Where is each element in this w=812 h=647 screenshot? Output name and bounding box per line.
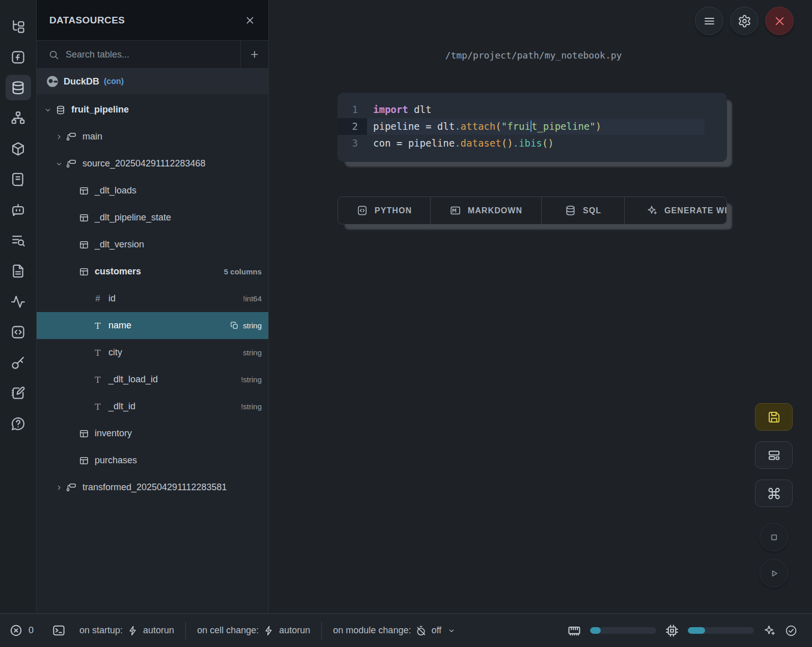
run-cell-button[interactable] [760,559,788,587]
string-type-icon: T [93,375,103,385]
table-icon [79,429,89,439]
search-input[interactable] [66,49,240,60]
panel-header: DATASOURCES [37,0,268,41]
tree-row-_dlt_pipeline_state[interactable]: _dlt_pipeline_state [37,204,268,231]
tree-item-label: main [82,131,102,142]
close-app-button[interactable] [765,7,794,35]
file-text-icon [10,263,26,279]
chevron-down-icon [44,106,52,114]
line-number: 3 [338,135,367,152]
tree-row-transformed_202504291112283581[interactable]: transformed_202504291112283581 [37,474,268,501]
add-datasource-button[interactable] [240,41,268,68]
tree-item-label: _dlt_version [95,239,144,250]
tree-item-meta: string [230,321,262,330]
tree-row-inventory[interactable]: inventory [37,420,268,447]
notebook-path: /tmp/project/path/my_notebook.py [338,50,730,61]
tree-row-fruit_pipeline[interactable]: fruit_pipeline [37,96,268,123]
tree-row-_dlt_loads[interactable]: _dlt_loads [37,177,268,204]
settings-button[interactable] [730,7,759,35]
sidebar-item-documentation[interactable] [6,258,31,284]
sidebar-item-scratchpad[interactable] [6,319,31,345]
error-count-button[interactable]: 0 [9,624,34,637]
table-icon [79,213,89,223]
layout-button[interactable] [755,441,793,469]
add-cell-sql-button[interactable]: SQL [542,197,625,224]
menu-button[interactable] [695,7,723,35]
close-panel-button[interactable] [244,15,256,26]
add-cell-generate-with-ai-button[interactable]: GENERATE WITH AI [625,197,726,224]
on-startup-setting-button[interactable]: on startup:autorun [79,625,174,636]
tree-row-purchases[interactable]: purchases [37,447,268,474]
keyboard-shortcuts-button[interactable] [755,480,793,507]
add-cell-label: MARKDOWN [468,206,522,215]
tree-item-meta: !string [241,375,262,384]
add-cell-markdown-button[interactable]: MARKDOWN [431,197,542,224]
save-button[interactable] [755,403,793,431]
tree-row-name[interactable]: Tnamestring [37,312,268,339]
plus-icon [249,49,260,60]
tree-item-label: _dlt_loads [95,185,136,196]
tree-row-city[interactable]: Tcitystring [37,339,268,366]
code-sm-icon [356,205,368,216]
table-icon [79,456,89,466]
on-cell-change-setting-button[interactable]: on cell change:autorun [197,625,310,636]
string-type-icon: T [93,321,103,331]
close-icon [244,15,256,26]
divider [185,622,186,640]
stop-kernel-button[interactable] [760,523,788,551]
x-circle-icon [9,624,23,637]
string-type-icon: T [93,402,103,412]
save-icon [767,410,781,424]
sidebar-item-file-explorer[interactable] [6,14,31,39]
sidebar-item-dependencies[interactable] [6,105,31,131]
terminal-button[interactable] [52,624,66,637]
on-module-change-setting-button[interactable]: on module change:off [333,625,456,636]
menu-icon [703,14,716,28]
settings-icon [738,14,751,28]
chevron-right-icon [55,133,63,141]
sidebar-item-chat[interactable] [6,197,31,222]
add-cell-python-button[interactable]: PYTHON [338,197,431,224]
database-icon [10,80,26,96]
notebook-pen-icon [10,385,26,401]
file-tree-icon [10,19,26,35]
tree-row-main[interactable]: main [37,123,268,150]
sidebar-item-datasources[interactable] [6,75,31,100]
ai-assistant-button[interactable] [763,624,776,637]
tree-item-label: customers [95,266,141,277]
sidebar-item-variables[interactable] [6,44,31,70]
connection-variable: (con) [104,77,124,86]
tree-item-label: purchases [95,455,137,466]
markdown-icon [450,205,461,216]
tree-row-_dlt_version[interactable]: _dlt_version [37,231,268,258]
datasources-panel: DATASOURCES DuckDB (con) fruit_pipelinem… [37,0,269,613]
tree-item-label: id [108,293,116,304]
sidebar-item-snippets[interactable] [6,166,31,192]
tree-item-label: _dlt_load_id [108,374,158,385]
code-line: 2pipeline = dlt.attach("fruit_pipeline") [338,118,727,135]
sidebar-item-packages[interactable] [6,136,31,161]
add-cell-bar: PYTHONMARKDOWNSQLGENERATE WITH AI [338,196,727,224]
sidebar-item-logs[interactable] [6,228,31,253]
zap-icon [263,625,274,636]
code-line: 1import dlt [338,101,727,118]
activity-icon [10,294,26,310]
sidebar-item-help[interactable] [6,411,31,436]
tree-row-_dlt_load_id[interactable]: T_dlt_load_id!string [37,366,268,393]
box-icon [10,141,26,157]
marimo-app: DATASOURCES DuckDB (con) fruit_pipelinem… [0,0,812,647]
copy-icon [230,321,239,330]
sidebar-item-secrets[interactable] [6,350,31,375]
sidebar-item-notebook[interactable] [6,380,31,406]
kernel-status-button[interactable] [785,624,798,637]
setting-label: on cell change: [197,625,259,636]
connection-engine: DuckDB [64,76,99,87]
sidebar-item-tracing[interactable] [6,289,31,314]
code-cell[interactable]: 1import dlt2pipeline = dlt.attach("fruit… [338,93,727,162]
connection-row-duckdb[interactable]: DuckDB (con) [37,69,268,94]
tree-row-_dlt_id[interactable]: T_dlt_id!string [37,393,268,420]
tree-row-id[interactable]: #id!int64 [37,285,268,312]
tree-row-customers[interactable]: customers5 columns [37,258,268,285]
tree-row-source_202504291112283468[interactable]: source_202504291112283468 [37,150,268,177]
chevron-down-icon [55,160,63,168]
